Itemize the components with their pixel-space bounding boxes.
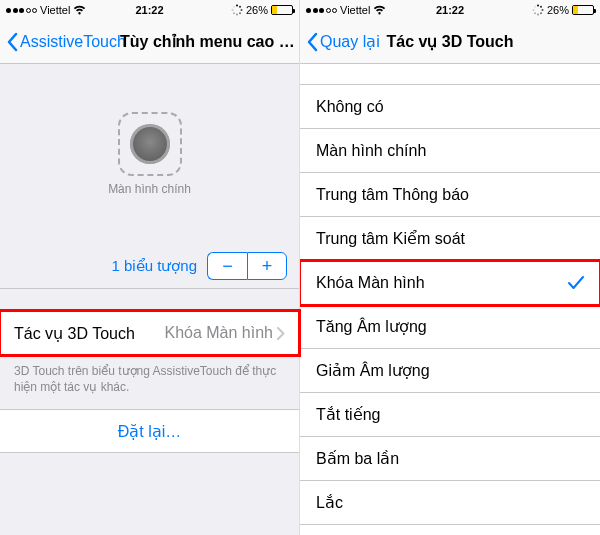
task-option[interactable]: Lắc [300, 481, 600, 525]
battery-icon [572, 5, 594, 15]
svg-point-5 [233, 12, 235, 14]
3d-touch-task-row[interactable]: Tác vụ 3D Touch Khóa Màn hình [0, 311, 299, 355]
reset-button[interactable]: Đặt lại… [0, 409, 299, 453]
stepper-plus[interactable]: + [247, 252, 287, 280]
svg-point-13 [534, 12, 536, 14]
checkmark-icon [568, 276, 584, 290]
footer-note: 3D Touch trên biểu tượng AssistiveTouch … [0, 355, 299, 409]
svg-point-9 [540, 6, 542, 8]
svg-point-10 [541, 9, 543, 11]
svg-point-3 [239, 12, 241, 14]
task-option[interactable]: Giảm Âm lượng [300, 349, 600, 393]
back-button[interactable]: AssistiveTouch [6, 32, 126, 52]
loading-icon [231, 4, 243, 16]
back-button[interactable]: Quay lại [306, 32, 380, 52]
signal-icon [306, 8, 337, 13]
task-option-label: Giảm Âm lượng [316, 361, 430, 380]
icon-count-row: 1 biểu tượng − + [0, 244, 299, 289]
chevron-left-icon [306, 32, 318, 52]
chevron-left-icon [6, 32, 18, 52]
reset-label: Đặt lại… [118, 422, 182, 441]
svg-point-14 [532, 9, 534, 11]
task-option-label: Khóa Màn hình [316, 274, 425, 292]
task-option[interactable]: Tăng Âm lượng [300, 305, 600, 349]
svg-point-11 [540, 12, 542, 14]
svg-point-12 [537, 14, 539, 16]
task-list: Không cóMàn hình chínhTrung tâm Thông bá… [300, 84, 600, 535]
task-option-label: Màn hình chính [316, 142, 426, 160]
task-option-label: Lắc [316, 493, 343, 512]
svg-point-4 [236, 14, 238, 16]
task-option[interactable]: Bấm ba lần [300, 437, 600, 481]
menu-slot-caption: Màn hình chính [108, 182, 191, 196]
icon-count-label: 1 biểu tượng [111, 257, 197, 275]
wifi-icon [73, 5, 86, 15]
svg-point-6 [231, 9, 233, 11]
menu-icon-preview: Màn hình chính [0, 64, 299, 244]
wifi-icon [373, 5, 386, 15]
task-option[interactable]: Tắt tiếng [300, 393, 600, 437]
status-bar: Viettel 21:22 26% [0, 0, 299, 20]
row-value: Khóa Màn hình [164, 324, 273, 342]
stepper-minus[interactable]: − [207, 252, 247, 280]
task-option-label: Bấm ba lần [316, 449, 399, 468]
task-option[interactable]: Không có [300, 85, 600, 129]
battery-percent: 26% [246, 4, 268, 16]
svg-point-1 [239, 6, 241, 8]
signal-icon [6, 8, 37, 13]
task-option-label: Tăng Âm lượng [316, 317, 427, 336]
task-option[interactable]: Màn hình chính [300, 129, 600, 173]
row-label: Tác vụ 3D Touch [14, 324, 135, 343]
svg-point-0 [236, 5, 238, 7]
task-option-label: Tắt tiếng [316, 405, 380, 424]
back-label: Quay lại [320, 32, 380, 51]
chevron-right-icon [277, 327, 285, 340]
task-option[interactable]: Trung tâm Thông báo [300, 173, 600, 217]
task-option[interactable]: Khóa Màn hình [300, 261, 600, 305]
back-label: AssistiveTouch [20, 33, 126, 51]
task-option-label: Trung tâm Kiểm soát [316, 229, 465, 248]
menu-slot[interactable] [118, 112, 182, 176]
status-bar: Viettel 21:22 26% [300, 0, 600, 20]
task-option-label: Trung tâm Thông báo [316, 186, 469, 204]
nav-bar: AssistiveTouch Tùy chỉnh menu cao nhất… [0, 20, 299, 64]
carrier-label: Viettel [40, 4, 70, 16]
home-icon [130, 124, 170, 164]
carrier-label: Viettel [340, 4, 370, 16]
svg-point-7 [233, 6, 235, 8]
svg-point-15 [534, 6, 536, 8]
task-option[interactable]: Trung tâm Kiểm soát [300, 217, 600, 261]
task-option-label: Không có [316, 98, 384, 116]
svg-point-8 [537, 5, 539, 7]
loading-icon [532, 4, 544, 16]
task-option[interactable]: Đa nhiệm [300, 525, 600, 535]
icon-count-stepper: − + [207, 252, 287, 280]
battery-percent: 26% [547, 4, 569, 16]
battery-icon [271, 5, 293, 15]
svg-point-2 [240, 9, 242, 11]
nav-bar: Quay lại Tác vụ 3D Touch [300, 20, 600, 64]
